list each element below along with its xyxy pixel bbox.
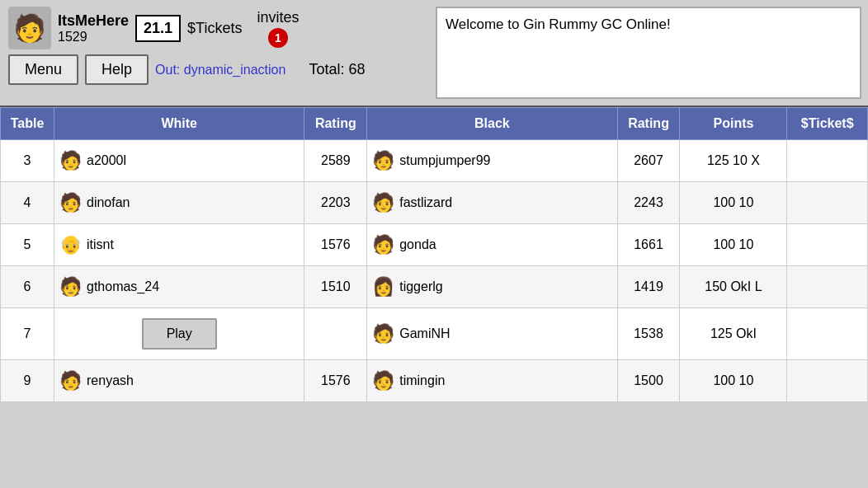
white-name: gthomas_24 [87, 279, 159, 294]
black-avatar: 🧑 [372, 370, 394, 392]
table-number: 7 [1, 308, 54, 360]
invites-label: invites [257, 9, 299, 26]
black-avatar: 👩 [372, 276, 394, 298]
status-text: Out: dynamic_inaction [155, 63, 285, 77]
tickets [787, 360, 868, 402]
header-points: Points [680, 108, 787, 140]
table-number: 6 [1, 266, 54, 308]
white-rating [304, 308, 367, 360]
black-rating: 2607 [617, 140, 680, 182]
table-header-row: Table White Rating Black Rating Points $… [1, 108, 868, 140]
header-table: Table [1, 108, 54, 140]
table-row: 5👴itisnt1576🧑gonda1661100 10 [1, 224, 868, 266]
header-black: Black [367, 108, 617, 140]
black-avatar: 🧑 [372, 192, 394, 214]
black-player-cell: 👩tiggerlg [367, 266, 617, 308]
black-avatar: 🧑 [372, 150, 394, 171]
tickets [787, 182, 868, 224]
black-rating: 1661 [617, 224, 680, 266]
game-table: Table White Rating Black Rating Points $… [0, 107, 868, 402]
tickets [787, 266, 868, 308]
black-player-cell: 🧑stumpjumper99 [367, 140, 617, 182]
black-player-cell: 🧑GamiNH [367, 308, 617, 360]
white-avatar: 🧑 [59, 192, 82, 214]
top-bar: 🧑 ItsMeHere 1529 21.1 $Tickets invites 1… [0, 0, 868, 107]
black-avatar: 🧑 [372, 323, 394, 345]
header-tickets: $Ticket$ [787, 108, 868, 140]
table-row: 7Play🧑GamiNH1538125 OkI [1, 308, 868, 360]
welcome-box: Welcome to Gin Rummy GC Online! [436, 7, 861, 99]
tickets [787, 308, 868, 360]
white-player-cell: Play [54, 308, 304, 360]
points: 150 OkI L [680, 266, 787, 308]
black-name: GamiNH [399, 326, 450, 341]
white-rating: 1510 [304, 266, 367, 308]
tickets [787, 224, 868, 266]
black-avatar: 🧑 [372, 234, 394, 256]
black-rating: 2243 [617, 182, 680, 224]
help-button[interactable]: Help [85, 54, 149, 85]
black-name: stumpjumper99 [399, 153, 490, 168]
white-rating: 1576 [304, 224, 367, 266]
tickets [787, 140, 868, 182]
black-player-cell: 🧑gonda [367, 224, 617, 266]
white-avatar: 🧑 [59, 370, 82, 392]
white-name: itisnt [87, 237, 114, 252]
white-name: dinofan [87, 195, 130, 210]
total-text: Total: 68 [309, 61, 365, 78]
black-player-cell: 🧑fastlizard [367, 182, 617, 224]
black-name: tiggerlg [399, 279, 442, 294]
points: 125 10 X [680, 140, 787, 182]
user-avatar: 🧑 [8, 7, 51, 49]
white-avatar: 🧑 [59, 276, 82, 298]
header-rating-w: Rating [304, 108, 367, 140]
tickets-label: $Tickets [187, 20, 242, 37]
play-button[interactable]: Play [142, 318, 217, 350]
white-name: renyash [87, 373, 134, 388]
table-number: 5 [1, 224, 54, 266]
points: 125 OkI [680, 308, 787, 360]
black-name: gonda [399, 237, 436, 252]
white-player-cell: 🧑renyash [54, 360, 304, 402]
tickets-value: 21.1 [135, 15, 181, 42]
table-number: 9 [1, 360, 54, 402]
black-rating: 1419 [617, 266, 680, 308]
white-rating: 1576 [304, 360, 367, 402]
white-player-cell: 🧑gthomas_24 [54, 266, 304, 308]
user-top-row: 🧑 ItsMeHere 1529 21.1 $Tickets invites 1 [8, 7, 421, 49]
menu-button[interactable]: Menu [8, 54, 78, 85]
user-bottom-row: Menu Help Out: dynamic_inaction Total: 6… [8, 54, 421, 85]
black-rating: 1500 [617, 360, 680, 402]
username: ItsMeHere [58, 12, 129, 30]
white-avatar: 👴 [59, 234, 82, 256]
white-player-cell: 🧑a2000l [54, 140, 304, 182]
white-avatar: 🧑 [59, 150, 82, 171]
user-section: 🧑 ItsMeHere 1529 21.1 $Tickets invites 1… [0, 0, 429, 106]
white-rating: 2203 [304, 182, 367, 224]
table-row: 6🧑gthomas_241510👩tiggerlg1419150 OkI L [1, 266, 868, 308]
white-name: a2000l [87, 153, 126, 168]
black-player-cell: 🧑timingin [367, 360, 617, 402]
table-row: 9🧑renyash1576🧑timingin1500100 10 [1, 360, 868, 402]
white-player-cell: 🧑dinofan [54, 182, 304, 224]
black-name: fastlizard [399, 195, 452, 210]
user-rating: 1529 [58, 30, 129, 45]
white-rating: 2589 [304, 140, 367, 182]
header-rating-b: Rating [617, 108, 680, 140]
header-white: White [54, 108, 304, 140]
white-player-cell: 👴itisnt [54, 224, 304, 266]
black-rating: 1538 [617, 308, 680, 360]
table-row: 3🧑a2000l2589🧑stumpjumper992607125 10 X [1, 140, 868, 182]
points: 100 10 [680, 182, 787, 224]
table-row: 4🧑dinofan2203🧑fastlizard2243100 10 [1, 182, 868, 224]
invites-section: invites 1 [257, 9, 299, 48]
points: 100 10 [680, 360, 787, 402]
black-name: timingin [399, 373, 445, 388]
invites-badge[interactable]: 1 [268, 28, 288, 48]
table-number: 3 [1, 140, 54, 182]
points: 100 10 [680, 224, 787, 266]
username-rating: ItsMeHere 1529 [58, 12, 129, 45]
table-number: 4 [1, 182, 54, 224]
